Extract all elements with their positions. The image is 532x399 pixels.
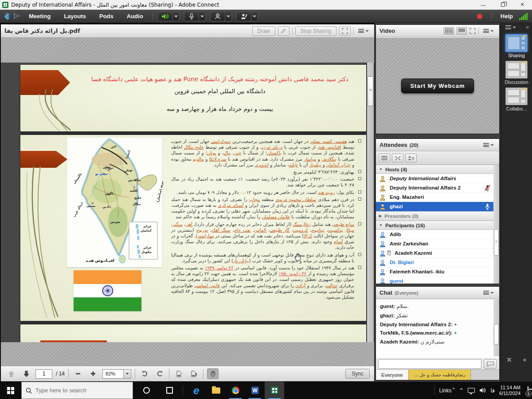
breakout-view-button[interactable]: [392, 154, 403, 162]
microphone-dropdown[interactable]: [199, 12, 206, 21]
show-hidden-icons-button[interactable]: ⌃: [459, 387, 463, 394]
chrome-icon: [232, 387, 239, 394]
start-button[interactable]: [0, 382, 21, 399]
layout-thumb-sharing[interactable]: [505, 34, 528, 52]
document-canvas[interactable]: دکتر سید محمد قاضی دانش آموخته رشته فیزی…: [1, 63, 374, 342]
attendee-status-view-button[interactable]: [405, 154, 417, 162]
zoom-dropdown-button[interactable]: [124, 369, 131, 379]
share-pod-menu-button[interactable]: [356, 29, 371, 33]
zoom-out-button[interactable]: [72, 368, 84, 379]
chat-scrollbar[interactable]: [493, 300, 499, 356]
attendee-row[interactable]: Deputy International Affairs 2: [376, 183, 493, 193]
minimize-button[interactable]: —: [473, 0, 493, 9]
microphone-button[interactable]: [184, 12, 199, 21]
layout-thumb-discussion[interactable]: [505, 61, 528, 79]
mic-muted-icon[interactable]: [485, 185, 490, 191]
scrollbar-thumb[interactable]: [494, 324, 499, 344]
edge-taskbar-button[interactable]: e: [187, 382, 206, 399]
menu-meeting[interactable]: Meeting: [22, 10, 57, 23]
document-scrollbar[interactable]: [367, 63, 374, 342]
word-taskbar-button[interactable]: W: [245, 382, 265, 399]
attendee-name: ghazi: [390, 204, 403, 209]
filmstrip-view-icon[interactable]: [444, 27, 454, 35]
attendee-row[interactable]: Adib: [376, 230, 493, 239]
volume-icon[interactable]: [479, 387, 486, 393]
previous-page-button[interactable]: [5, 368, 17, 379]
attendee-group-header[interactable]: ▶Presenters (0): [376, 211, 493, 221]
rotate-left-button[interactable]: [139, 368, 150, 379]
scrollbar-thumb[interactable]: [368, 76, 373, 106]
webcam-dropdown[interactable]: [225, 12, 232, 21]
attendee-row[interactable]: Fatemeh Khanlari- ikiu: [376, 267, 493, 277]
attendee-row[interactable]: Dr. Biglari: [376, 258, 493, 267]
draw-button[interactable]: Draw: [252, 26, 275, 36]
search-input[interactable]: [35, 387, 115, 394]
chrome-taskbar-button[interactable]: [226, 382, 245, 399]
page-number-input[interactable]: [35, 369, 52, 379]
menu-layouts[interactable]: Layouts: [57, 10, 93, 23]
attendee-group-header[interactable]: ▼Participants (16): [376, 221, 493, 230]
zoom-level-value[interactable]: 82%: [102, 369, 124, 379]
scrollbar-thumb[interactable]: [494, 229, 499, 256]
chat-send-button[interactable]: [484, 359, 497, 369]
fit-page-button[interactable]: [173, 368, 184, 379]
file-explorer-taskbar-button[interactable]: [206, 382, 226, 399]
taskbar-search[interactable]: [21, 382, 133, 399]
pan-hand-tool-button[interactable]: [207, 368, 219, 379]
mic-icon[interactable]: [485, 203, 490, 210]
layout-thumb-collaboration[interactable]: [505, 87, 528, 105]
chat-message-input[interactable]: [378, 359, 481, 369]
video-pod-menu-button[interactable]: [481, 29, 496, 33]
links-toolbar[interactable]: Links»: [439, 387, 454, 394]
stop-sharing-button[interactable]: Stop Sharing: [295, 26, 336, 36]
chat-tab-everyone[interactable]: Everyone: [376, 370, 409, 380]
attendee-row[interactable]: ghazi: [376, 202, 493, 211]
attendee-row[interactable]: Azadeh Kazemi: [376, 249, 493, 258]
chat-pod-menu-button[interactable]: [481, 291, 496, 295]
attendee-group-header[interactable]: ▼Hosts (4): [376, 165, 493, 174]
rotate-right-button[interactable]: [154, 368, 165, 379]
attendee-row[interactable]: Deputy International Affairs: [376, 174, 493, 183]
clock[interactable]: 11:14 AM 6/11/2024: [499, 385, 520, 396]
chat-tab-private[interactable]: ... رضای‌فاطمه جسک و عل: [409, 370, 471, 380]
speaker-dropdown[interactable]: [173, 12, 180, 21]
close-button[interactable]: ✕: [512, 0, 532, 9]
fullscreen-button[interactable]: [339, 26, 351, 36]
sync-button[interactable]: Sync: [345, 369, 370, 379]
connection-signal-icon[interactable]: [519, 13, 528, 20]
network-icon[interactable]: [468, 388, 475, 393]
attendees-pod-menu-button[interactable]: [481, 143, 496, 147]
webcam-button[interactable]: [210, 12, 225, 21]
speaker-button[interactable]: [158, 12, 173, 21]
delete-layout-icon[interactable]: ✕: [506, 356, 512, 364]
next-page-button[interactable]: [20, 368, 32, 379]
attendee-row[interactable]: Amir Zarkeshan: [376, 239, 493, 249]
action-center-button[interactable]: 1: [528, 387, 528, 395]
help-menu[interactable]: Help: [494, 13, 519, 20]
layout-label-sharing: Sharing: [501, 53, 532, 58]
attendee-row[interactable]: Eng. Mazaheri: [376, 193, 493, 202]
layouts-close-icon[interactable]: ✕: [526, 25, 529, 30]
active-app-taskbar-button[interactable]: [265, 382, 284, 399]
attendee-list-view-button[interactable]: [379, 154, 390, 162]
attendee-row[interactable]: guest: [376, 277, 493, 284]
single-view-icon[interactable]: [457, 27, 467, 35]
raise-hand-button[interactable]: [236, 12, 251, 21]
raise-hand-dropdown[interactable]: [251, 12, 258, 21]
language-indicator[interactable]: فا: [490, 387, 494, 394]
layouts-menu-button[interactable]: [504, 25, 518, 29]
fullscreen-icon[interactable]: [469, 28, 476, 34]
menu-audio[interactable]: Audio: [120, 10, 150, 23]
maximize-button[interactable]: [493, 0, 512, 9]
task-view-button[interactable]: [160, 382, 179, 399]
zoom-in-button[interactable]: [87, 368, 99, 379]
cortana-button[interactable]: [133, 382, 160, 399]
start-webcam-button[interactable]: Start My Webcam: [401, 79, 473, 93]
fit-width-button[interactable]: [188, 368, 200, 379]
menu-pods[interactable]: Pods: [93, 10, 120, 23]
attendees-scrollbar[interactable]: [493, 165, 499, 284]
divider: [135, 369, 135, 379]
add-layout-icon[interactable]: +: [523, 356, 527, 364]
annotation-pencil-button[interactable]: [278, 26, 289, 36]
divider: [434, 386, 434, 395]
